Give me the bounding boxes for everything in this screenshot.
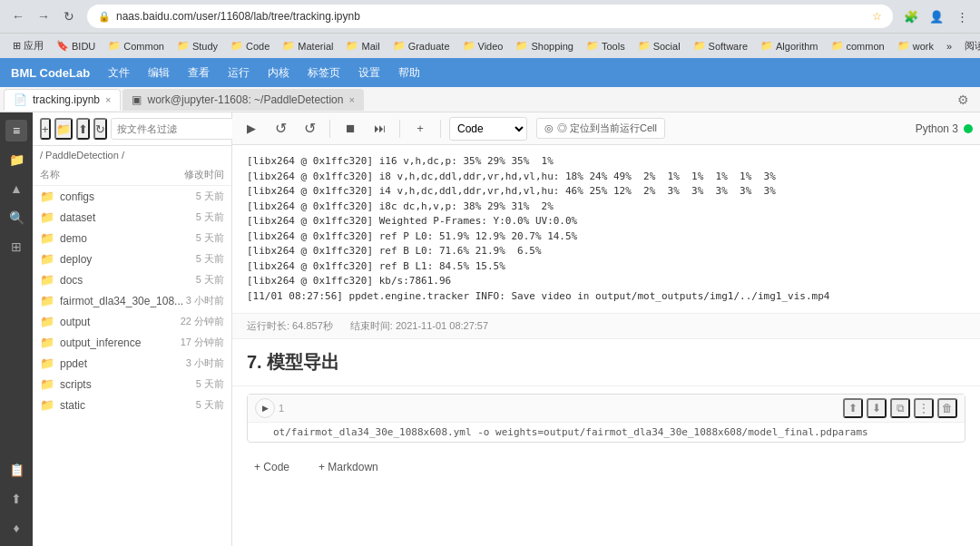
- file-item-deploy[interactable]: 📁 deploy 5 天前: [33, 249, 231, 269]
- extensions-button[interactable]: 🧩: [900, 5, 922, 27]
- address-bar[interactable]: 🔒 naas.baidu.com/user/11608/lab/tree/tra…: [87, 5, 893, 28]
- folder-icon: 📁: [40, 377, 54, 391]
- bookmark-social[interactable]: 📁 Social: [632, 37, 686, 54]
- bookmark-common2[interactable]: 📁 common: [826, 37, 890, 54]
- back-button[interactable]: ←: [7, 5, 29, 27]
- bookmark-video[interactable]: 📁 Video: [457, 37, 509, 54]
- bookmark-material-label: Material: [298, 41, 333, 52]
- bookmark-graduate[interactable]: 📁 Graduate: [387, 37, 456, 54]
- new-file-button[interactable]: +: [40, 118, 51, 140]
- folder-icon: 📁: [40, 398, 54, 412]
- bookmark-code[interactable]: 📁 Code: [225, 37, 275, 54]
- locate-label: ◎ 定位到当前运行Cell: [557, 122, 657, 135]
- file-item-dataset[interactable]: 📁 dataset 5 天前: [33, 207, 231, 228]
- more-cell-button[interactable]: ⋮: [914, 398, 934, 418]
- bookmark-mail[interactable]: 📁 Mail: [340, 37, 385, 54]
- bookmark-more[interactable]: »: [941, 38, 957, 54]
- section-title: 7. 模型导出: [247, 350, 965, 375]
- file-item-output[interactable]: 📁 output 22 分钟前: [33, 311, 231, 332]
- new-folder-button[interactable]: 📁: [54, 118, 73, 140]
- run-cell-inline-button[interactable]: ▶: [255, 398, 275, 418]
- restart-kernel-button[interactable]: ↺: [269, 117, 292, 141]
- menu-run[interactable]: 运行: [220, 62, 257, 84]
- refresh-button[interactable]: ↻: [58, 5, 80, 27]
- restart-run-button[interactable]: ↺: [298, 117, 321, 141]
- sidebar-icon-grid[interactable]: ⊞: [5, 236, 27, 258]
- sidebar-icon-diamond[interactable]: ♦: [5, 517, 27, 539]
- cell-meta: 运行时长: 64.857秒 结束时间: 2021-11-01 08:27:57: [232, 314, 980, 339]
- add-code-button[interactable]: + Code: [247, 457, 297, 477]
- bookmark-bidu[interactable]: 🔖 BIDU: [51, 37, 101, 54]
- graduate-icon: 📁: [393, 40, 406, 52]
- bookmark-common[interactable]: 📁 Common: [103, 37, 170, 54]
- sidebar-icon-search[interactable]: 🔍: [5, 207, 27, 229]
- file-item-ppdet[interactable]: 📁 ppdet 3 小时前: [33, 353, 231, 374]
- sidebar-icon-upload[interactable]: ⬆: [5, 488, 27, 510]
- delete-cell-button[interactable]: 🗑: [937, 398, 957, 418]
- menu-tabs[interactable]: 标签页: [300, 62, 348, 84]
- menu-button[interactable]: ⋮: [951, 5, 973, 27]
- file-item-static[interactable]: 📁 static 5 天前: [33, 395, 231, 415]
- sidebar-icon-list[interactable]: 📋: [5, 459, 27, 481]
- copy-cell-button2[interactable]: ⬇: [867, 398, 887, 418]
- bookmarks-bar: ⊞ 应用 🔖 BIDU 📁 Common 📁 Study 📁 Code 📁 Ma…: [0, 33, 980, 58]
- add-cell-button[interactable]: +: [408, 117, 432, 141]
- file-item-configs[interactable]: 📁 configs 5 天前: [33, 186, 231, 207]
- file-item-fairmot[interactable]: 📁 fairmot_dla34_30e_108... 3 小时前: [33, 290, 231, 311]
- bookmark-mail-label: Mail: [361, 41, 379, 52]
- menu-file[interactable]: 文件: [101, 62, 137, 84]
- file-time-static: 5 天前: [174, 398, 224, 412]
- bookmark-work[interactable]: 📁 work: [892, 37, 939, 54]
- copy-cell-button[interactable]: ⬆: [843, 398, 863, 418]
- stop-button[interactable]: ⏹: [338, 117, 362, 141]
- bookmark-material[interactable]: 📁 Material: [277, 37, 338, 54]
- file-item-demo[interactable]: 📁 demo 5 天前: [33, 228, 231, 249]
- common-icon: 📁: [108, 40, 121, 52]
- bookmark-study[interactable]: 📁 Study: [172, 37, 223, 54]
- forward-button[interactable]: →: [33, 5, 54, 27]
- profile-button[interactable]: 👤: [926, 5, 947, 27]
- tab-terminal-close[interactable]: ×: [348, 94, 354, 105]
- file-item-output-inference[interactable]: 📁 output_inference 17 分钟前: [33, 332, 231, 353]
- menu-edit[interactable]: 编辑: [141, 62, 177, 84]
- add-markdown-button[interactable]: + Markdown: [311, 457, 386, 477]
- cell-type-select[interactable]: Code Markdown Raw: [449, 117, 527, 141]
- file-item-docs[interactable]: 📁 docs 5 天前: [33, 269, 231, 290]
- file-time-output-inference: 17 分钟前: [174, 336, 224, 349]
- bookmark-tools[interactable]: 📁 Tools: [581, 37, 631, 54]
- file-time-col-header: 修改时间: [170, 168, 224, 181]
- terminal-icon: ▣: [132, 93, 142, 106]
- tab-tracking-close[interactable]: ×: [105, 94, 111, 105]
- tab-terminal[interactable]: ▣ work@jupyter-11608: ~/PaddleDetection …: [122, 89, 363, 111]
- bookmark-reading-list[interactable]: 阅读清单: [959, 36, 980, 55]
- run-cell-button[interactable]: ▶: [240, 117, 263, 141]
- locate-button[interactable]: ◎ ◎ 定位到当前运行Cell: [536, 118, 665, 139]
- bookmark-software[interactable]: 📁 Software: [688, 37, 753, 54]
- toolbar-separator: [329, 120, 330, 138]
- menu-view[interactable]: 查看: [181, 62, 217, 84]
- bookmark-software-label: Software: [709, 41, 748, 52]
- settings-icon[interactable]: ⚙: [957, 93, 969, 107]
- bookmark-shopping[interactable]: 📁 Shopping: [510, 37, 579, 54]
- bookmark-apps[interactable]: ⊞ 应用: [7, 36, 49, 55]
- sidebar-icon-menu[interactable]: ≡: [5, 120, 27, 141]
- tab-tracking[interactable]: 📄 tracking.ipynb ×: [4, 89, 121, 111]
- file-item-scripts[interactable]: 📁 scripts 5 天前: [33, 374, 231, 395]
- bookmark-algorithm[interactable]: 📁 Algorithm: [755, 37, 823, 54]
- menu-kernel[interactable]: 内核: [260, 62, 297, 84]
- step-button[interactable]: ⏭: [368, 117, 391, 141]
- menu-help[interactable]: 帮助: [391, 62, 427, 84]
- menu-settings[interactable]: 设置: [351, 62, 387, 84]
- bookmark-study-label: Study: [192, 41, 218, 52]
- upload-button[interactable]: ⬆: [76, 118, 90, 140]
- output-line-7: [libx264 @ 0x1ffc320] ref B L1: 84.5% 15…: [247, 259, 965, 275]
- code-cell[interactable]: ▶ 1 ⬆ ⬇ ⧉ ⋮ 🗑 ot/fairmot_dla34_30e_1088x…: [247, 394, 965, 443]
- shopping-icon: 📁: [515, 40, 528, 52]
- duplicate-cell-button[interactable]: ⧉: [890, 398, 910, 418]
- sidebar-icon-folder[interactable]: 📁: [5, 149, 27, 171]
- output-line-1: [libx264 @ 0x1ffc320] i8 v,h,dc,ddl,ddr,…: [247, 170, 965, 185]
- refresh-files-button[interactable]: ↻: [93, 118, 107, 140]
- sidebar-icon-run[interactable]: ▲: [5, 178, 27, 200]
- file-filter-input[interactable]: [111, 118, 249, 140]
- toolbar-separator2: [399, 120, 400, 138]
